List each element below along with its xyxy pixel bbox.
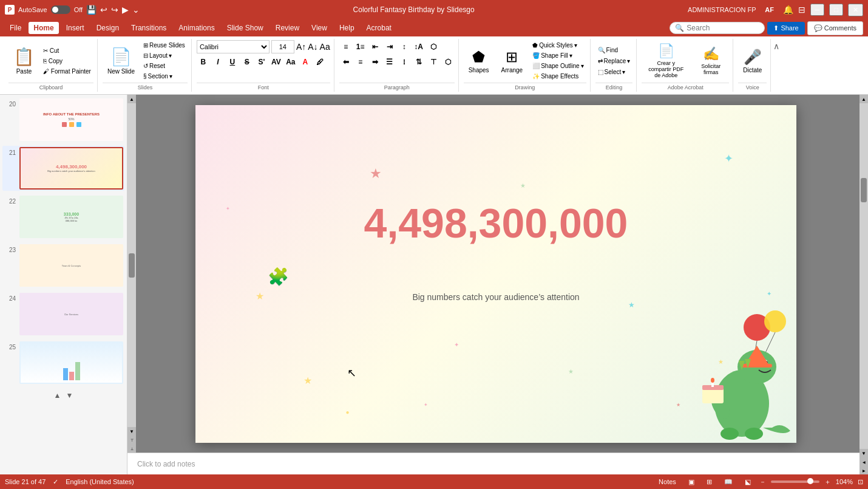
zoom-slider[interactable] [771, 480, 819, 483]
reset-button[interactable]: ↺ Reset [141, 61, 188, 70]
scroll-up-arrow[interactable]: ▲ [127, 95, 136, 103]
align-text-button[interactable]: ⊤ [427, 55, 440, 69]
user-avatar[interactable]: AF [761, 1, 778, 18]
slide-content[interactable]: ★ ★ ✦ ★ ★ ✦ ★ ★ ✦ ★ ✦ ★ ✦ ● 4,498,3 [195, 105, 796, 443]
justify-button[interactable]: ☰ [383, 55, 396, 69]
replace-button[interactable]: ⇄ Replace ▾ [595, 56, 633, 66]
zoom-in-button[interactable]: ＋ [824, 477, 831, 487]
font-size-input[interactable] [271, 40, 294, 53]
line-spacing-button[interactable]: ↕ [398, 40, 411, 53]
format-painter-button[interactable]: 🖌 Format Painter [41, 67, 93, 76]
decrease-indent-button[interactable]: ⇤ [368, 40, 382, 53]
minimize-button[interactable]: ─ [810, 4, 825, 16]
menu-view[interactable]: View [307, 22, 332, 34]
right-scroll-up[interactable]: ▲ [860, 95, 868, 103]
menu-animations[interactable]: Animations [174, 22, 219, 34]
right-scroll-prev[interactable]: ◀ [860, 457, 868, 466]
layout-button[interactable]: ⊟ Layout ▾ [141, 51, 188, 60]
section-button[interactable]: § Section ▾ [141, 72, 188, 81]
shape-fill-button[interactable]: 🪣 Shape Fill ▾ [530, 51, 586, 60]
undo-icon[interactable]: ↩ [100, 5, 107, 15]
shape-effects-button[interactable]: ✨ Shape Effects [530, 72, 586, 81]
redo-icon[interactable]: ↪ [111, 5, 118, 15]
menu-file[interactable]: File [5, 22, 26, 34]
decrease-font-button[interactable]: A↓ [308, 42, 317, 52]
text-shadow-button[interactable]: S' [255, 55, 268, 69]
underline-button[interactable]: U [226, 55, 239, 69]
select-button[interactable]: ⬚ Select ▾ [595, 67, 633, 77]
view-normal-button[interactable]: ▣ [685, 477, 698, 487]
sort-button[interactable]: ↕A [412, 40, 426, 53]
menu-transitions[interactable]: Transitions [126, 22, 171, 34]
shape-outline-button[interactable]: ⬜ Shape Outline ▾ [530, 61, 586, 70]
notes-bar[interactable]: Click to add notes [127, 453, 860, 474]
fit-slide-button[interactable]: ⊡ [858, 478, 863, 486]
italic-button[interactable]: I [211, 55, 225, 69]
dictate-button[interactable]: 🎤 Dictate [738, 40, 767, 81]
right-scroll-down[interactable]: ▼ [860, 449, 868, 457]
right-scroll-next[interactable]: ▶ [860, 466, 868, 474]
share-button[interactable]: ⬆ Share [767, 22, 804, 35]
close-button[interactable]: ✕ [848, 4, 863, 16]
slide-preview-23[interactable]: Team & Concepts [19, 244, 123, 287]
char-spacing-button[interactable]: AV [270, 55, 283, 69]
menu-design[interactable]: Design [92, 22, 124, 34]
scroll-to-bottom-arrow[interactable]: ⊥ [127, 444, 136, 453]
puzzle-icon[interactable]: 🧩 [268, 267, 289, 287]
slide-thumb-21[interactable]: 21 4,498,300,000 Big numbers catch your … [2, 146, 124, 191]
panel-scroll-down[interactable]: ▼ [66, 391, 73, 400]
change-case-button[interactable]: Aa [284, 55, 297, 69]
present-icon[interactable]: ▶ [122, 5, 129, 15]
scroll-thumb[interactable] [129, 253, 135, 278]
clear-format-button[interactable]: Aa [320, 42, 330, 52]
cut-button[interactable]: ✂ Cut [41, 46, 93, 55]
menu-slideshow[interactable]: Slide Show [222, 22, 268, 34]
convert-to-smartart-button[interactable]: ⬡ [427, 40, 440, 53]
right-scroll-thumb[interactable] [861, 178, 867, 202]
columns-button[interactable]: ⫶ [398, 55, 411, 69]
scroll-to-top-arrow[interactable]: ⊤ [127, 436, 136, 444]
view-reading-button[interactable]: 📖 [721, 477, 736, 487]
slide-preview-20[interactable]: INFO ABOUT THE PRESENTERS 50% [19, 98, 123, 141]
zoom-level[interactable]: 104% [836, 478, 853, 485]
align-right-button[interactable]: ➡ [368, 55, 382, 69]
quick-styles-button[interactable]: ⬟ Quick Styles ▾ [530, 41, 586, 50]
increase-font-button[interactable]: A↑ [296, 42, 306, 52]
highlight-button[interactable]: 🖊 [313, 55, 327, 69]
new-slide-button[interactable]: 📄 New Slide [103, 40, 140, 81]
maximize-button[interactable]: □ [829, 4, 843, 16]
solicitar-button[interactable]: ✍ Solicitar firmas [693, 40, 729, 81]
font-name-select[interactable]: Calibri [197, 40, 270, 53]
slide-thumb-24[interactable]: 24 Our Services [2, 292, 124, 337]
search-input[interactable] [687, 24, 759, 32]
scroll-down-arrow[interactable]: ▼ [127, 427, 136, 436]
customize-icon[interactable]: ⌄ [132, 5, 140, 15]
numbering-button[interactable]: 1≡ [354, 40, 367, 53]
text-direction-button[interactable]: ⇅ [412, 55, 426, 69]
slide-thumb-22[interactable]: 22 333,000 2% 37m 23s 386,000 lm [2, 194, 124, 239]
create-pdf-button[interactable]: 📄 Crear y compartir PDF de Adobe [642, 40, 690, 81]
find-button[interactable]: 🔍 Find [595, 46, 633, 55]
slide-thumb-25[interactable]: 25 [2, 340, 124, 385]
strikethrough-button[interactable]: S [240, 55, 254, 69]
view-presenter-button[interactable]: ⬕ [741, 477, 754, 487]
autosave-toggle[interactable] [51, 5, 70, 14]
spell-check-icon[interactable]: ✓ [53, 478, 58, 486]
ribbon-collapse-icon[interactable]: ⊟ [798, 5, 805, 15]
slide-thumb-23[interactable]: 23 Team & Concepts [2, 243, 124, 288]
bell-icon[interactable]: 🔔 [783, 5, 793, 15]
menu-home[interactable]: Home [29, 22, 58, 34]
slide-preview-21[interactable]: 4,498,300,000 Big numbers catch your aud… [19, 147, 123, 190]
align-left-button[interactable]: ⬅ [339, 55, 353, 69]
view-slide-sorter-button[interactable]: ⊞ [703, 477, 716, 487]
menu-insert[interactable]: Insert [61, 22, 89, 34]
slide-canvas[interactable]: ★ ★ ✦ ★ ★ ✦ ★ ★ ✦ ★ ✦ ★ ✦ ● 4,498,3 [127, 95, 860, 453]
arrange-button[interactable]: ⊞ Arrange [497, 40, 528, 81]
smartart-button[interactable]: ⬡ [441, 55, 455, 69]
font-color-button[interactable]: A [299, 55, 312, 69]
menu-review[interactable]: Review [271, 22, 304, 34]
increase-indent-button[interactable]: ⇥ [383, 40, 396, 53]
bullets-button[interactable]: ≡ [339, 40, 353, 53]
save-icon[interactable]: 💾 [86, 5, 97, 15]
copy-button[interactable]: ⎘ Copy [41, 56, 93, 66]
